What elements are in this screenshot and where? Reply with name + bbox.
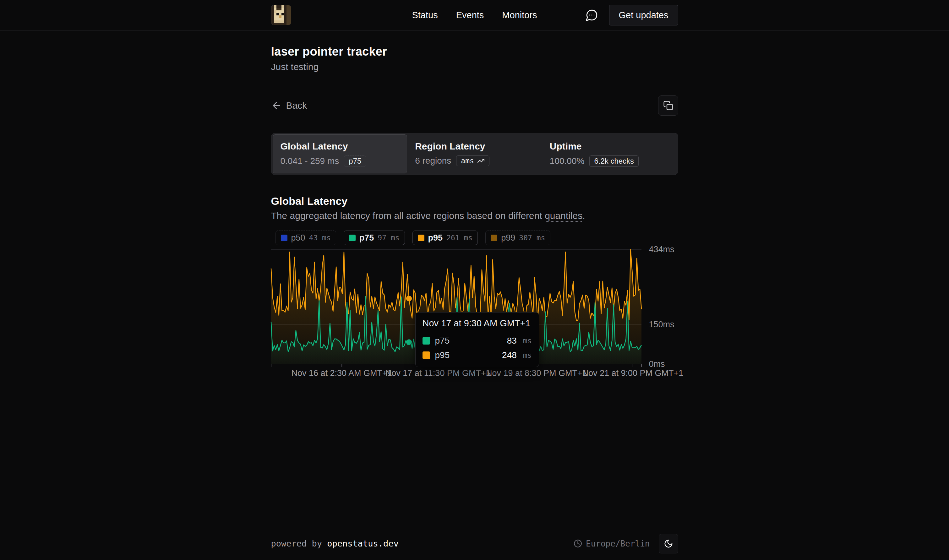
- x-axis-label: Nov 16 at 2:30 AM GMT+1: [291, 368, 392, 378]
- x-axis-labels: Nov 16 at 2:30 AM GMT+1 Nov 17 at 11:30 …: [271, 368, 641, 382]
- section-description: The aggregated latency from all active r…: [271, 211, 678, 221]
- x-axis-label: Nov 17 at 11:30 PM GMT+1: [385, 368, 491, 378]
- tab-global-latency[interactable]: Global Latency 0.041 - 259 ms p75: [273, 134, 408, 173]
- section-title: Global Latency: [271, 195, 678, 207]
- p50-swatch: [281, 235, 288, 241]
- legend-value: 307 ms: [519, 234, 545, 242]
- p75-badge: p75: [344, 155, 366, 167]
- x-axis-label: Nov 21 at 9:00 PM GMT+1: [582, 368, 683, 378]
- legend-label: p50: [291, 233, 305, 243]
- tab-subtitle: 100.00%: [550, 156, 584, 166]
- tooltip-timestamp: Nov 17 at 9:30 AM GMT+1: [423, 318, 532, 329]
- tab-subtitle: 6 regions: [415, 156, 451, 166]
- y-axis-label-max: 434ms: [649, 245, 674, 254]
- y-axis-label-min: 0ms: [649, 359, 665, 369]
- tab-title: Global Latency: [280, 141, 400, 152]
- tab-title: Region Latency: [415, 141, 534, 152]
- chart-tooltip: Nov 17 at 9:30 AM GMT+1 p75 83 ms p95 24…: [415, 312, 539, 367]
- back-label: Back: [286, 100, 307, 111]
- chart-legend: p50 43 ms p75 97 ms p95 261 ms p99 307 m…: [275, 231, 678, 245]
- nav-link-monitors[interactable]: Monitors: [502, 10, 537, 20]
- tab-title: Uptime: [550, 141, 669, 152]
- latency-chart[interactable]: 434ms 150ms 0ms Nov 17 at 9:30 AM GMT+1 …: [271, 249, 641, 364]
- quantiles-link[interactable]: quantiles: [545, 211, 582, 221]
- tab-subtitle: 0.041 - 259 ms: [280, 156, 339, 166]
- timezone: Europe/Berlin: [574, 539, 650, 548]
- legend-item-p95[interactable]: p95 261 ms: [412, 231, 478, 245]
- copy-link-button[interactable]: [658, 95, 678, 115]
- powered-by-text: powered by: [271, 538, 327, 548]
- legend-value: 261 ms: [446, 234, 472, 242]
- trending-up-icon: [477, 157, 485, 165]
- top-nav: Status Events Monitors Get updates: [0, 0, 949, 31]
- legend-value: 97 ms: [378, 234, 399, 242]
- legend-item-p99[interactable]: p99 307 ms: [485, 231, 551, 245]
- legend-item-p75[interactable]: p75 97 ms: [344, 231, 405, 245]
- description-period: .: [582, 211, 585, 221]
- x-axis-label: Nov 19 at 8:30 PM GMT+1: [486, 368, 587, 378]
- theme-toggle-button[interactable]: [659, 534, 678, 554]
- description-text: The aggregated latency from all active r…: [271, 211, 545, 221]
- region-code: ams: [461, 157, 474, 165]
- legend-item-p50[interactable]: p50 43 ms: [275, 231, 336, 245]
- page-subtitle: Just testing: [271, 62, 678, 72]
- nav-link-events[interactable]: Events: [456, 10, 484, 20]
- timezone-label: Europe/Berlin: [586, 539, 650, 548]
- tooltip-value: 83: [507, 336, 517, 346]
- powered-by: powered by openstatus.dev: [271, 538, 398, 548]
- message-circle-more-icon: [585, 8, 598, 22]
- p99-swatch: [491, 235, 497, 241]
- tooltip-row-p95: p95 248 ms: [423, 348, 532, 362]
- p75-swatch: [349, 235, 355, 241]
- checks-badge: 6.2k checks: [589, 155, 638, 167]
- page-footer: powered by openstatus.dev Europe/Berlin: [0, 527, 949, 560]
- legend-label: p75: [359, 233, 374, 243]
- tooltip-row-p75: p75 83 ms: [423, 334, 532, 348]
- pixel-cat-logo: [271, 5, 291, 25]
- nav-link-status[interactable]: Status: [412, 10, 438, 20]
- region-badge: ams: [456, 155, 489, 166]
- tooltip-value: 248: [502, 350, 517, 360]
- copy-icon: [663, 100, 673, 111]
- get-updates-button[interactable]: Get updates: [609, 5, 678, 25]
- tooltip-unit: ms: [523, 337, 532, 345]
- logo-image[interactable]: [271, 5, 291, 25]
- legend-label: p95: [428, 233, 443, 243]
- legend-label: p99: [501, 233, 515, 243]
- p95-swatch: [423, 351, 430, 359]
- openstatus-link[interactable]: openstatus.dev: [327, 538, 398, 548]
- tooltip-unit: ms: [523, 351, 532, 359]
- page-title: laser pointer tracker: [271, 45, 678, 58]
- arrow-left-icon: [271, 100, 282, 111]
- p75-swatch: [423, 337, 430, 345]
- back-button[interactable]: Back: [271, 100, 307, 111]
- moon-icon: [664, 539, 673, 548]
- tooltip-series-label: p95: [435, 350, 450, 360]
- legend-value: 43 ms: [309, 234, 331, 242]
- feedback-button[interactable]: [585, 8, 598, 22]
- tooltip-series-label: p75: [435, 336, 450, 346]
- clock-icon: [574, 539, 582, 548]
- nav-links: Status Events Monitors: [412, 10, 537, 20]
- metric-tabs: Global Latency 0.041 - 259 ms p75 Region…: [271, 133, 678, 175]
- tab-region-latency[interactable]: Region Latency 6 regions ams: [407, 134, 542, 173]
- tab-uptime[interactable]: Uptime 100.00% 6.2k checks: [542, 134, 677, 173]
- y-axis-label-mid: 150ms: [649, 319, 674, 329]
- p95-swatch: [418, 235, 425, 241]
